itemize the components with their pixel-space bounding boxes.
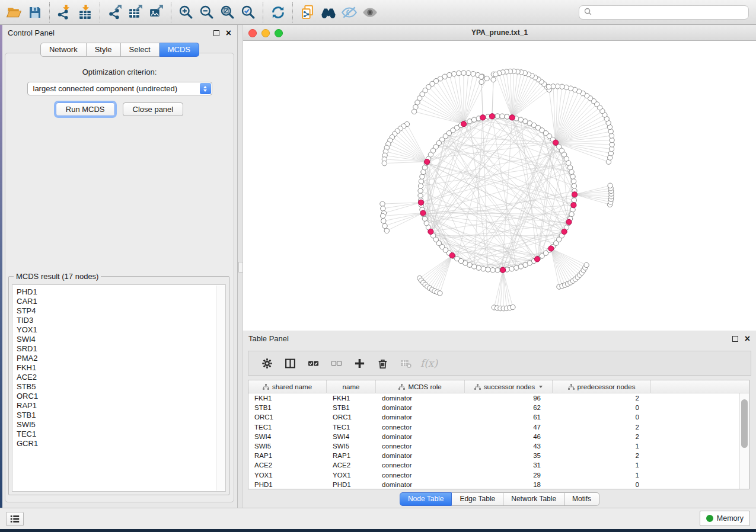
cell-name[interactable]: ORC1 xyxy=(327,414,376,421)
cell-name[interactable]: STB1 xyxy=(327,404,376,411)
mcds-result-node[interactable]: STP4 xyxy=(17,306,225,316)
window-minimize-button[interactable] xyxy=(261,29,270,37)
cell-mcds-role[interactable]: connector xyxy=(376,462,465,469)
cell-shared-name[interactable]: YOX1 xyxy=(248,472,327,479)
cell-shared-name[interactable]: ORC1 xyxy=(248,414,327,421)
mcds-result-list[interactable]: PHD1CAR1STP4TID3YOX1SWI4SRD1PMA2FKH1ACE2… xyxy=(12,284,226,492)
divider-grip[interactable] xyxy=(238,262,243,273)
close-table-panel-icon[interactable]: × xyxy=(745,334,750,344)
table-row[interactable]: STB1STB1dominator620 xyxy=(248,403,749,412)
deselect-all-icon[interactable] xyxy=(325,352,348,374)
import-network-icon[interactable] xyxy=(54,2,75,23)
cell-predecessor-nodes[interactable]: 1 xyxy=(553,443,651,450)
cell-successor-nodes[interactable]: 96 xyxy=(465,395,553,402)
float-table-panel-icon[interactable] xyxy=(732,336,738,342)
table-scrollbar[interactable] xyxy=(739,393,749,489)
table-row[interactable]: SWI5SWI5connector431 xyxy=(248,441,749,451)
export-image-icon[interactable] xyxy=(146,2,167,23)
table-row[interactable]: TEC1TEC1connector472 xyxy=(248,422,749,432)
cell-successor-nodes[interactable]: 61 xyxy=(465,414,553,421)
search-input[interactable] xyxy=(595,7,748,18)
mcds-result-node[interactable]: SWI4 xyxy=(17,335,225,344)
zoom-out-icon[interactable] xyxy=(196,2,217,23)
cell-mcds-role[interactable]: connector xyxy=(376,424,465,431)
mcds-result-node[interactable]: STB1 xyxy=(17,411,225,420)
cell-successor-nodes[interactable]: 47 xyxy=(465,424,553,431)
mcds-result-node[interactable]: PHD1 xyxy=(17,287,225,297)
float-panel-icon[interactable] xyxy=(213,30,219,36)
cell-predecessor-nodes[interactable]: 2 xyxy=(553,395,651,402)
cell-name[interactable]: YOX1 xyxy=(327,472,376,479)
table-row[interactable]: FKH1FKH1dominator962 xyxy=(248,393,749,403)
cell-name[interactable]: SWI5 xyxy=(327,443,376,450)
panel-split-divider[interactable] xyxy=(237,25,243,508)
toggle-panel-icon[interactable] xyxy=(279,352,302,374)
tab-node-table[interactable]: Node Table xyxy=(400,492,452,506)
cell-predecessor-nodes[interactable]: 0 xyxy=(553,414,651,421)
show-all-icon[interactable] xyxy=(359,2,380,23)
hide-selected-icon[interactable] xyxy=(339,2,359,23)
mcds-result-node[interactable]: SRD1 xyxy=(17,344,225,354)
mcds-result-node[interactable]: RAP1 xyxy=(17,401,225,411)
table-scrollbar-thumb[interactable] xyxy=(741,399,748,448)
cell-name[interactable]: TEC1 xyxy=(327,424,376,431)
column-header-mcds-role[interactable]: MCDS role xyxy=(376,380,465,393)
tab-style[interactable]: Style xyxy=(87,43,121,57)
cell-predecessor-nodes[interactable]: 0 xyxy=(553,481,651,488)
cell-shared-name[interactable]: SWI4 xyxy=(248,433,327,440)
table-row[interactable]: YOX1YOX1connector291 xyxy=(248,470,749,480)
cell-predecessor-nodes[interactable]: 1 xyxy=(553,462,651,469)
close-panel-icon[interactable]: × xyxy=(226,28,231,38)
table-row[interactable]: ORC1ORC1dominator610 xyxy=(248,412,749,422)
cell-successor-nodes[interactable]: 18 xyxy=(465,481,553,488)
mcds-result-node[interactable]: CAR1 xyxy=(17,297,225,306)
mcds-result-node[interactable]: YOX1 xyxy=(17,325,225,335)
mcds-result-node[interactable]: TEC1 xyxy=(17,430,225,439)
tab-select[interactable]: Select xyxy=(121,43,160,57)
cell-shared-name[interactable]: FKH1 xyxy=(248,395,327,402)
cell-name[interactable]: PHD1 xyxy=(327,481,376,488)
window-close-button[interactable] xyxy=(248,29,257,37)
open-file-icon[interactable] xyxy=(4,2,24,23)
table-row[interactable]: SWI4SWI4dominator462 xyxy=(248,432,749,441)
cell-successor-nodes[interactable]: 62 xyxy=(465,404,553,411)
cell-predecessor-nodes[interactable]: 2 xyxy=(553,452,651,459)
run-mcds-button[interactable]: Run MCDS xyxy=(56,102,115,116)
tab-edge-table[interactable]: Edge Table xyxy=(452,492,503,506)
cell-shared-name[interactable]: PHD1 xyxy=(248,481,327,488)
zoom-in-icon[interactable] xyxy=(176,2,196,23)
cell-mcds-role[interactable]: connector xyxy=(376,443,465,450)
cell-mcds-role[interactable]: dominator xyxy=(376,414,465,421)
cell-successor-nodes[interactable]: 35 xyxy=(465,452,553,459)
cell-successor-nodes[interactable]: 29 xyxy=(465,472,553,479)
zoom-selected-icon[interactable] xyxy=(238,2,259,23)
cell-mcds-role[interactable]: dominator xyxy=(376,433,465,440)
window-zoom-button[interactable] xyxy=(275,29,283,37)
add-row-icon[interactable] xyxy=(348,352,371,374)
table-row[interactable]: RAP1RAP1dominator352 xyxy=(248,451,749,460)
mcds-result-node[interactable]: SWI5 xyxy=(17,420,225,430)
network-canvas[interactable] xyxy=(243,41,756,331)
table-row[interactable]: PHD1PHD1dominator180 xyxy=(248,480,749,489)
duplicate-network-icon[interactable] xyxy=(297,2,318,23)
network-nodes[interactable] xyxy=(380,69,615,311)
column-header-predecessor-nodes[interactable]: predecessor nodes xyxy=(553,380,651,393)
cell-predecessor-nodes[interactable]: 2 xyxy=(553,433,651,440)
cell-shared-name[interactable]: STB1 xyxy=(248,404,327,411)
close-panel-button[interactable]: Close panel xyxy=(123,102,184,116)
criterion-select[interactable]: largest connected component (undirected) xyxy=(27,82,212,95)
result-list-scrollbar[interactable] xyxy=(216,286,225,491)
cell-shared-name[interactable]: TEC1 xyxy=(248,424,327,431)
mcds-result-node[interactable]: STB5 xyxy=(17,382,225,392)
cell-mcds-role[interactable]: dominator xyxy=(376,481,465,488)
cell-name[interactable]: RAP1 xyxy=(327,452,376,459)
memory-button[interactable]: Memory xyxy=(700,511,750,526)
cell-name[interactable]: SWI4 xyxy=(327,433,376,440)
cell-shared-name[interactable]: ACE2 xyxy=(248,462,327,469)
cell-predecessor-nodes[interactable]: 0 xyxy=(553,404,651,411)
mcds-result-node[interactable]: FKH1 xyxy=(17,363,225,373)
cell-mcds-role[interactable]: dominator xyxy=(376,452,465,459)
first-neighbors-icon[interactable] xyxy=(318,2,339,23)
mcds-result-node[interactable]: ORC1 xyxy=(17,392,225,401)
column-header-name[interactable]: name xyxy=(327,380,376,393)
